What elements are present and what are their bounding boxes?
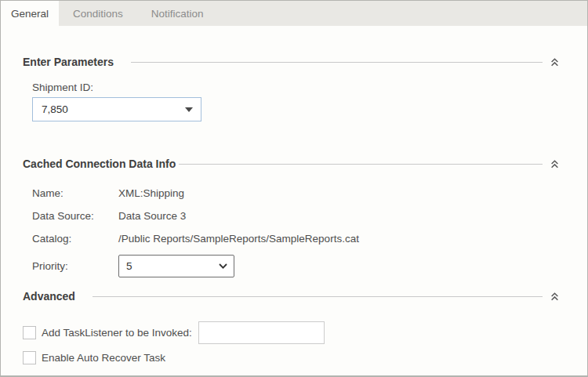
tasklistener-label[interactable]: Add TaskListener to be Invoked: <box>42 327 192 339</box>
task-properties-dialog: General Conditions Notification Enter Pa… <box>0 0 588 377</box>
shipment-id-value: 7,850 <box>42 103 185 115</box>
info-row-catalog: Catalog: /Public Reports/SampleReports/S… <box>32 233 560 245</box>
tasklistener-checkbox[interactable] <box>23 326 36 339</box>
priority-label: Priority: <box>32 260 118 272</box>
section-title-enter-parameters: Enter Parameters <box>23 56 114 68</box>
tab-notification[interactable]: Notification <box>137 1 218 26</box>
collapse-section-button[interactable] <box>550 292 560 302</box>
info-row-data-source: Data Source: Data Source 3 <box>32 210 560 222</box>
section-divider <box>93 296 543 297</box>
info-row-name: Name: XML:Shipping <box>32 187 560 199</box>
auto-recover-row: Enable Auto Recover Task <box>23 351 560 364</box>
tab-conditions[interactable]: Conditions <box>59 1 137 26</box>
section-header-advanced: Advanced <box>23 290 560 303</box>
section-divider <box>179 164 543 165</box>
auto-recover-label[interactable]: Enable Auto Recover Task <box>42 352 165 364</box>
chevron-double-up-icon <box>550 160 559 169</box>
tab-general[interactable]: General <box>1 1 59 26</box>
section-title-advanced: Advanced <box>23 290 75 303</box>
section-title-cached-connection: Cached Connection Data Info <box>23 158 176 170</box>
priority-select-wrap: 5 <box>118 255 234 277</box>
collapse-section-button[interactable] <box>550 159 560 169</box>
priority-row: Priority: 5 <box>32 255 560 277</box>
section-header-cached-connection: Cached Connection Data Info <box>23 158 560 170</box>
dropdown-arrow-icon <box>185 107 193 112</box>
general-tab-panel: Enter Parameters Shipment ID: 7,850 Cach… <box>1 56 587 364</box>
section-divider <box>131 62 543 63</box>
data-source-label: Data Source: <box>32 210 118 222</box>
catalog-label: Catalog: <box>32 233 118 245</box>
tasklistener-input[interactable] <box>198 321 325 344</box>
chevron-double-up-icon <box>550 58 559 67</box>
auto-recover-checkbox[interactable] <box>23 351 36 364</box>
name-value: XML:Shipping <box>118 187 184 199</box>
priority-select[interactable]: 5 <box>118 255 234 277</box>
shipment-id-combobox[interactable]: 7,850 <box>32 97 201 121</box>
name-label: Name: <box>32 187 118 199</box>
shipment-id-label: Shipment ID: <box>32 82 560 93</box>
tab-bar: General Conditions Notification <box>1 1 587 26</box>
tasklistener-row: Add TaskListener to be Invoked: <box>23 321 560 344</box>
collapse-section-button[interactable] <box>550 57 560 67</box>
chevron-double-up-icon <box>550 292 559 301</box>
data-source-value: Data Source 3 <box>118 210 186 222</box>
section-header-enter-parameters: Enter Parameters <box>23 56 560 68</box>
catalog-value: /Public Reports/SampleReports/SampleRepo… <box>118 233 359 245</box>
